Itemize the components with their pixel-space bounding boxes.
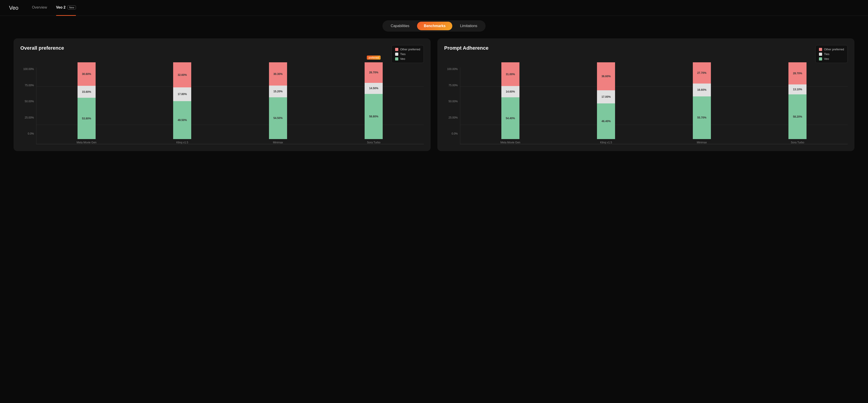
chart-header-prompt: Prompt Adherence Other preferred Ties Ve… — [444, 45, 848, 63]
header: Veo Overview Veo 2 New — [0, 0, 868, 16]
y-label-75: 75.00% — [20, 84, 34, 87]
legend-dot-green — [395, 57, 398, 61]
logo: Veo — [9, 5, 18, 11]
chart-overall-preference: Overall preference Other preferred Ties … — [13, 38, 431, 151]
bar-group-0: 30.60%15.60%53.80%Meta Movie Gen — [41, 62, 132, 144]
nav-tab-overview[interactable]: Overview — [32, 5, 47, 10]
bar-segment-white-0: 14.60% — [501, 86, 520, 97]
y-label-100: 100.00% — [20, 68, 34, 71]
tab-capabilities[interactable]: Capabilities — [384, 22, 416, 30]
legend-item-other: Other preferred — [395, 47, 420, 51]
bar-label-1: Kling v1.5 — [176, 141, 188, 144]
bar-segment-pink-2: 27.70% — [693, 62, 711, 83]
y-label-50: 50.00% — [20, 100, 34, 103]
legend-item-ties: Ties — [395, 53, 420, 56]
legend-item-veo: Veo — [395, 57, 420, 61]
nav-tabs: Overview Veo 2 New — [32, 5, 76, 10]
bar-group-0: 31.00%14.60%54.40%Meta Movie Gen — [465, 62, 556, 144]
section-tabs: Capabilities Benchmarks Limitations — [382, 20, 485, 32]
stacked-bar-2: 27.70%16.60%55.70% — [656, 62, 747, 139]
stacked-bar-0: 30.60%15.60%53.80% — [41, 62, 132, 139]
bar-segment-pink-0: 31.00% — [501, 62, 520, 86]
tab-limitations[interactable]: Limitations — [453, 22, 484, 30]
y-axis-prompt: 100.00% 75.00% 50.00% 25.00% 0.0% — [444, 68, 458, 135]
stacked-bar-2: 30.30%15.20%54.50% — [232, 62, 324, 139]
legend-dot-green-prompt — [819, 57, 822, 61]
bar-segment-pink-3: 26.70% — [365, 62, 383, 83]
bar-segment-green-2: 55.70% — [693, 96, 711, 139]
bar-segment-white-1: 17.80% — [173, 88, 191, 101]
bar-segment-green-0: 53.80% — [78, 98, 96, 139]
tooltip-badge: preferred — [367, 56, 381, 60]
bar-label-0: Meta Movie Gen — [76, 141, 96, 144]
legend-item-veo-prompt: Veo — [819, 57, 844, 61]
bar-group-3: 28.70%13.10%58.20%Sora Turbo — [752, 62, 843, 144]
bars-area-overall: 30.60%15.60%53.80%Meta Movie Gen32.60%17… — [36, 68, 424, 144]
y-label-75-p: 75.00% — [444, 84, 458, 87]
legend-dot-pink — [395, 48, 398, 51]
nav-tab-veo2[interactable]: Veo 2 New — [56, 5, 76, 10]
bar-label-3: Sora Turbo — [367, 141, 380, 144]
chart-header-overall: Overall preference Other preferred Ties … — [20, 45, 424, 63]
y-label-0-p: 0.0% — [444, 132, 458, 135]
stacked-bar-3: 28.70%13.10%58.20% — [752, 62, 843, 139]
bar-segment-white-3: 13.10% — [788, 85, 807, 95]
bar-group-1: 36.60%17.00%46.40%Kling v1.5 — [561, 62, 652, 144]
bar-group-1: 32.60%17.80%49.50%Kling v1.5 — [137, 62, 228, 144]
bar-segment-white-2: 16.60% — [693, 83, 711, 96]
chart-title-overall: Overall preference — [20, 45, 64, 51]
legend-dot-pink-prompt — [819, 48, 822, 51]
y-axis-overall: 100.00% 75.00% 50.00% 25.00% 0.0% — [20, 68, 34, 135]
y-label-50-p: 50.00% — [444, 100, 458, 103]
bar-segment-white-1: 17.00% — [597, 90, 615, 103]
bar-segment-pink-1: 36.60% — [597, 62, 615, 90]
bar-segment-green-1: 46.40% — [597, 103, 615, 139]
legend-dot-white — [395, 53, 398, 56]
bar-segment-pink-1: 32.60% — [173, 62, 191, 88]
tab-benchmarks[interactable]: Benchmarks — [417, 22, 452, 30]
bars-area-prompt: 31.00%14.60%54.40%Meta Movie Gen36.60%17… — [460, 68, 848, 144]
bar-segment-green-3: 58.80% — [365, 94, 383, 139]
legend-item-ties-prompt: Ties — [819, 53, 844, 56]
stacked-bar-1: 32.60%17.80%49.50% — [137, 62, 228, 139]
legend-dot-white-prompt — [819, 53, 822, 56]
bar-segment-green-3: 58.20% — [788, 94, 807, 139]
bar-segment-green-0: 54.40% — [501, 97, 520, 139]
bar-segment-green-2: 54.50% — [269, 97, 287, 139]
legend-prompt: Other preferred Ties Veo — [815, 45, 848, 63]
bar-label-3: Sora Turbo — [791, 141, 804, 144]
bar-segment-pink-3: 28.70% — [788, 62, 807, 85]
bar-segment-white-2: 15.20% — [269, 86, 287, 97]
bar-group-2: 30.30%15.20%54.50%Minimax — [232, 62, 324, 144]
stacked-bar-0: 31.00%14.60%54.40% — [465, 62, 556, 139]
chart-prompt-adherence: Prompt Adherence Other preferred Ties Ve… — [437, 38, 855, 151]
bar-chart-overall: 100.00% 75.00% 50.00% 25.00% 0.0% 30.60%… — [20, 68, 424, 144]
bar-label-0: Meta Movie Gen — [500, 141, 520, 144]
chart-title-prompt: Prompt Adherence — [444, 45, 489, 51]
y-label-0: 0.0% — [20, 132, 34, 135]
legend-overall: Other preferred Ties Veo — [392, 45, 424, 63]
y-label-100-p: 100.00% — [444, 68, 458, 71]
new-badge: New — [67, 5, 76, 9]
y-label-25-p: 25.00% — [444, 116, 458, 119]
bar-segment-green-1: 49.50% — [173, 101, 191, 139]
bar-segment-white-0: 15.60% — [78, 86, 96, 98]
bar-chart-prompt: 100.00% 75.00% 50.00% 25.00% 0.0% 31.00%… — [444, 68, 848, 144]
bar-segment-white-3: 14.50% — [365, 83, 383, 94]
y-label-25: 25.00% — [20, 116, 34, 119]
section-tabs-container: Capabilities Benchmarks Limitations — [0, 16, 868, 38]
stacked-bar-1: 36.60%17.00%46.40% — [561, 62, 652, 139]
legend-item-other-prompt: Other preferred — [819, 47, 844, 51]
bar-segment-pink-0: 30.60% — [78, 62, 96, 86]
bar-group-3: preferred26.70%14.50%58.80%Sora Turbo — [328, 62, 420, 144]
bar-group-2: 27.70%16.60%55.70%Minimax — [656, 62, 747, 144]
bar-label-1: Kling v1.5 — [600, 141, 612, 144]
stacked-bar-3: preferred26.70%14.50%58.80% — [328, 62, 420, 139]
bar-segment-pink-2: 30.30% — [269, 62, 287, 86]
charts-area: Overall preference Other preferred Ties … — [0, 38, 868, 160]
bar-label-2: Minimax — [273, 141, 283, 144]
bar-label-2: Minimax — [697, 141, 707, 144]
